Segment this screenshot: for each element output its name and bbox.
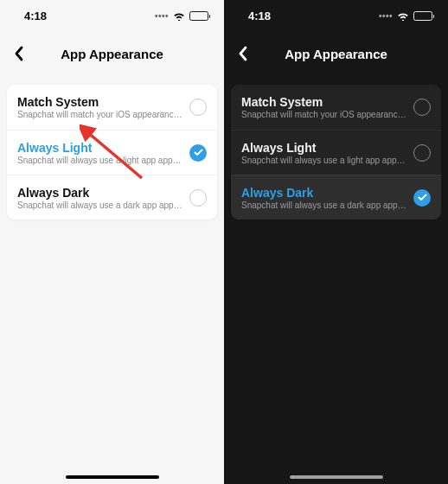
status-time: 4:18	[24, 10, 47, 22]
option-subtitle: Snapchat will match your iOS appearance …	[241, 110, 406, 119]
option-title: Always Light	[241, 141, 406, 155]
nav-header: App Appearance	[224, 36, 448, 71]
option-title: Always Dark	[241, 186, 406, 200]
option-always-light[interactable]: Always Light Snapchat will always use a …	[231, 130, 441, 175]
option-title: Match System	[241, 95, 406, 109]
radio-unselected-icon[interactable]	[413, 144, 431, 162]
option-title: Always Light	[17, 141, 182, 155]
radio-unselected-icon[interactable]	[189, 99, 207, 116]
radio-unselected-icon[interactable]	[189, 189, 207, 207]
option-title: Always Dark	[17, 186, 182, 200]
status-bar: 4:18 ••••	[224, 0, 448, 31]
back-button[interactable]	[224, 46, 262, 61]
option-subtitle: Snapchat will always use a light app app…	[241, 156, 406, 165]
radio-selected-icon[interactable]	[413, 189, 431, 207]
appearance-options-list: Match System Snapchat will match your iO…	[231, 85, 441, 220]
option-always-dark[interactable]: Always Dark Snapchat will always use a d…	[231, 175, 441, 220]
page-title: App Appearance	[38, 47, 224, 61]
option-subtitle: Snapchat will always use a light app app…	[17, 156, 182, 165]
phone-dark: 4:18 •••• App Appearance Match System Sn…	[224, 0, 448, 484]
option-always-dark[interactable]: Always Dark Snapchat will always use a d…	[7, 175, 217, 220]
radio-selected-icon[interactable]	[189, 144, 207, 162]
phone-light: 4:18 •••• App Appearance Match System Sn…	[0, 0, 224, 484]
nav-header: App Appearance	[0, 36, 224, 71]
battery-icon	[413, 11, 432, 21]
status-right: ••••	[155, 11, 208, 21]
option-subtitle: Snapchat will match your iOS appearance …	[17, 110, 182, 119]
page-title: App Appearance	[262, 47, 448, 61]
back-button[interactable]	[0, 46, 38, 61]
option-always-light[interactable]: Always Light Snapchat will always use a …	[7, 130, 217, 175]
option-subtitle: Snapchat will always use a dark app appe…	[17, 201, 182, 210]
status-right: ••••	[379, 11, 432, 21]
cellular-icon: ••••	[155, 11, 169, 21]
wifi-icon	[173, 11, 185, 21]
status-time: 4:18	[248, 10, 271, 22]
status-bar: 4:18 ••••	[0, 0, 224, 31]
home-indicator[interactable]	[66, 475, 159, 479]
option-match-system[interactable]: Match System Snapchat will match your iO…	[7, 85, 217, 130]
radio-unselected-icon[interactable]	[413, 99, 431, 116]
appearance-options-list: Match System Snapchat will match your iO…	[7, 85, 217, 220]
battery-icon	[189, 11, 208, 21]
home-indicator[interactable]	[290, 475, 383, 479]
wifi-icon	[397, 11, 409, 21]
option-subtitle: Snapchat will always use a dark app appe…	[241, 201, 406, 210]
option-match-system[interactable]: Match System Snapchat will match your iO…	[231, 85, 441, 130]
option-title: Match System	[17, 95, 182, 109]
cellular-icon: ••••	[379, 11, 393, 21]
